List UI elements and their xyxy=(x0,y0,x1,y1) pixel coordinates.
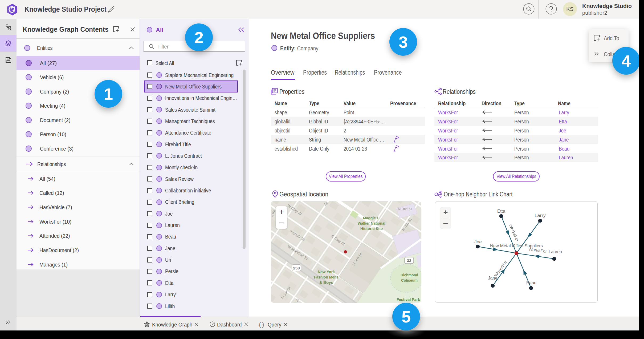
svg-text:Walker National: Walker National xyxy=(358,221,385,225)
svg-text:WorksFor: WorksFor xyxy=(508,223,520,242)
svg-text:Beau: Beau xyxy=(526,280,536,285)
svg-text:Coliseum: Coliseum xyxy=(401,278,418,282)
svg-text:Etta: Etta xyxy=(497,209,506,214)
svg-text:250: 250 xyxy=(293,266,300,270)
svg-text:Richmond: Richmond xyxy=(401,273,418,277)
svg-text:Fashion Mens: Fashion Mens xyxy=(314,275,339,279)
svg-text:Joe: Joe xyxy=(474,239,482,244)
svg-text:Maggie L.: Maggie L. xyxy=(363,216,380,220)
svg-text:& Boys: & Boys xyxy=(319,280,333,285)
svg-text:Festival Park: Festival Park xyxy=(397,297,420,302)
svg-text:33: 33 xyxy=(407,258,411,263)
svg-text:WorksFor: WorksFor xyxy=(528,247,547,254)
svg-text:Larry: Larry xyxy=(535,213,546,218)
svg-text:Historic Site: Historic Site xyxy=(360,226,383,231)
svg-text:N 3rd St: N 3rd St xyxy=(398,207,413,211)
svg-text:Lauren: Lauren xyxy=(549,249,562,254)
svg-text:New York: New York xyxy=(318,269,335,274)
